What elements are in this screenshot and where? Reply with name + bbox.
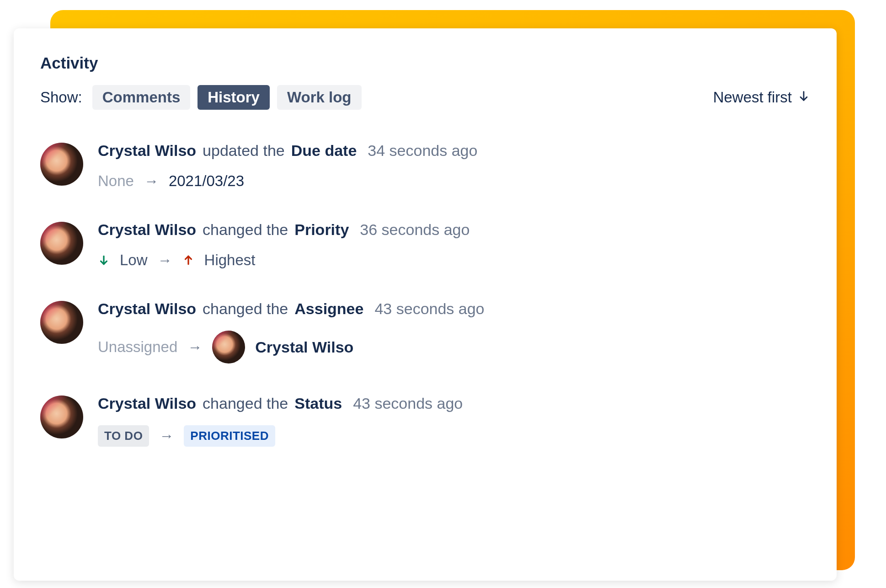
assignee-chip: Crystal Wilso: [212, 331, 353, 363]
status-lozenge-to: PRIORITISED: [184, 425, 275, 447]
history-entry: Crystal Wilso changed the Status 43 seco…: [40, 395, 810, 447]
entry-actor: Crystal Wilso: [98, 395, 196, 412]
avatar: [40, 222, 83, 265]
entry-timestamp: 34 seconds ago: [368, 142, 477, 160]
entry-timestamp: 43 seconds ago: [353, 395, 463, 412]
history-entries: Crystal Wilso updated the Due date 34 se…: [40, 142, 810, 447]
avatar: [212, 331, 245, 363]
status-lozenge-from: TO DO: [98, 425, 149, 447]
entry-actor: Crystal Wilso: [98, 300, 196, 318]
entry-timestamp: 43 seconds ago: [374, 300, 484, 318]
change-row: Unassigned → Crystal Wilso: [98, 331, 485, 363]
entry-verb: changed the: [203, 221, 288, 239]
change-to: 2021/03/23: [169, 172, 244, 190]
change-from: Unassigned: [98, 338, 177, 356]
show-label: Show:: [40, 89, 82, 106]
history-entry: Crystal Wilso updated the Due date 34 se…: [40, 142, 810, 190]
entry-timestamp: 36 seconds ago: [360, 221, 470, 239]
avatar: [40, 396, 83, 438]
priority-low-icon: [98, 254, 110, 266]
change-row: TO DO → PRIORITISED: [98, 425, 463, 447]
entry-headline: Crystal Wilso updated the Due date 34 se…: [98, 142, 477, 160]
change-row: None → 2021/03/23: [98, 172, 477, 190]
arrow-down-icon: [797, 89, 810, 106]
entry-field: Status: [294, 395, 342, 412]
arrow-right-icon: →: [158, 252, 172, 269]
entry-verb: changed the: [203, 300, 288, 318]
change-from: Low: [120, 251, 148, 269]
entry-field: Priority: [294, 221, 349, 239]
history-entry: Crystal Wilso changed the Assignee 43 se…: [40, 300, 810, 363]
sort-label: Newest first: [713, 89, 792, 106]
entry-verb: updated the: [203, 142, 285, 160]
arrow-right-icon: →: [159, 428, 174, 444]
entry-actor: Crystal Wilso: [98, 221, 196, 239]
sort-toggle[interactable]: Newest first: [713, 89, 810, 106]
history-entry: Crystal Wilso changed the Priority 36 se…: [40, 221, 810, 269]
activity-controls: Show: Comments History Work log Newest f…: [40, 85, 810, 110]
avatar: [40, 301, 83, 344]
arrow-right-icon: →: [187, 339, 202, 356]
tab-comments[interactable]: Comments: [92, 85, 191, 110]
entry-headline: Crystal Wilso changed the Status 43 seco…: [98, 395, 463, 412]
activity-panel: Activity Show: Comments History Work log…: [14, 28, 837, 581]
entry-field: Assignee: [294, 300, 363, 318]
entry-headline: Crystal Wilso changed the Priority 36 se…: [98, 221, 470, 239]
entry-verb: changed the: [203, 395, 288, 412]
change-from: None: [98, 172, 134, 190]
entry-headline: Crystal Wilso changed the Assignee 43 se…: [98, 300, 485, 318]
section-title: Activity: [40, 54, 810, 72]
show-tabs-group: Show: Comments History Work log: [40, 85, 362, 110]
change-to: Crystal Wilso: [255, 338, 353, 356]
entry-actor: Crystal Wilso: [98, 142, 196, 160]
change-row: Low → Highest: [98, 251, 470, 269]
priority-highest-icon: [182, 254, 194, 266]
arrow-right-icon: →: [144, 173, 159, 190]
tab-history[interactable]: History: [197, 85, 270, 110]
change-to: Highest: [204, 251, 256, 269]
avatar: [40, 143, 83, 186]
tab-worklog[interactable]: Work log: [277, 85, 362, 110]
entry-field: Due date: [291, 142, 357, 160]
